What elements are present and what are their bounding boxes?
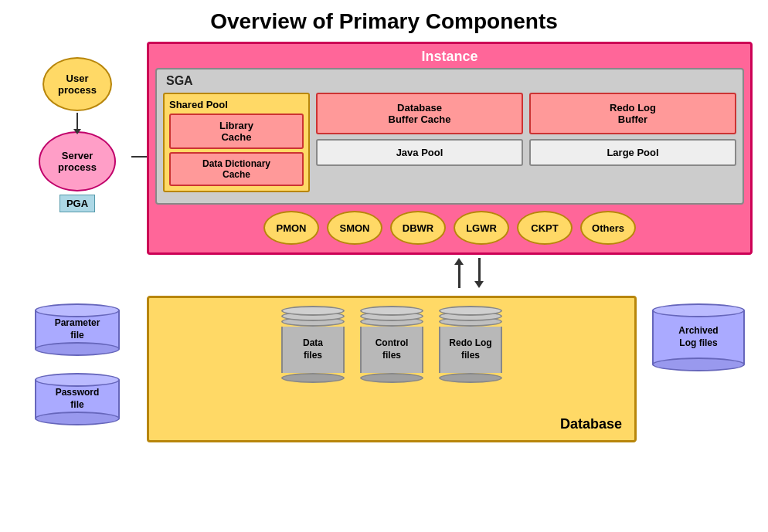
data-dict-cache-label: Data DictionaryCache [202,158,270,180]
sga-bottom-right: Java Pool Large Pool [316,139,736,166]
sga-box: SGA Shared Pool LibraryCache Data Dictio… [155,68,744,205]
data-files-cyl-1: Datafiles [281,317,345,383]
server-process: Serverprocess [39,131,116,191]
arrow-down [474,258,484,288]
right-sga-boxes: DatabaseBuffer Cache Redo LogBuffer Java… [316,93,736,192]
database-label: Database [560,416,622,432]
page-title: Overview of Primary Components [0,0,768,34]
arrow-up [454,258,464,288]
redo-log-buffer-label: Redo LogBuffer [610,102,656,125]
bg-process-others: Others [580,211,636,245]
sga-label: SGA [166,74,736,88]
redo-log-files-label: Redo Logfiles [449,337,491,361]
parameter-file-cylinder: Parameterfile [35,303,120,356]
bg-process-lgwr: LGWR [454,211,509,245]
server-process-label: Serverprocess [58,150,97,173]
java-pool: Java Pool [316,139,523,166]
db-cylinders-row: Datafiles Controlfiles [161,306,623,383]
sga-top-right: DatabaseBuffer Cache Redo LogBuffer [316,93,736,134]
right-files: ArchivedLog files [644,296,753,371]
redo-log-files-stack: Redo Logfiles [439,306,502,383]
control-files-label: Controlfiles [376,337,409,361]
pga-label: PGA [66,198,88,209]
bg-process-pmon: PMON [263,211,319,245]
data-files-label: Datafiles [303,337,323,361]
instance-db-arrows [185,258,753,288]
main-area: Userprocess Serverprocess PGA Instance S… [0,42,768,288]
data-files-stack: Datafiles [281,306,345,383]
user-process: Userprocess [42,57,112,111]
archived-log-cylinder: ArchivedLog files [652,303,745,371]
control-files-stack: Controlfiles [360,306,423,383]
archived-log-files-label: ArchivedLog files [678,325,718,349]
user-process-label: Userprocess [58,73,97,96]
bg-processes: PMON SMON DBWR LGWR CKPT Others [155,211,744,245]
sga-top-row: Shared Pool LibraryCache Data Dictionary… [163,93,736,192]
shared-pool-box: Shared Pool LibraryCache Data Dictionary… [163,93,310,192]
left-column: Userprocess Serverprocess PGA [15,42,139,212]
db-buffer-cache: DatabaseBuffer Cache [316,93,523,134]
library-cache-box: LibraryCache [169,114,304,149]
instance-label: Instance [155,49,744,65]
shared-pool-label: Shared Pool [169,99,304,110]
bg-process-ckpt: CKPT [517,211,573,245]
large-pool: Large Pool [529,139,736,166]
pga-box: PGA [59,195,95,212]
data-dict-cache-box: Data DictionaryCache [169,152,304,186]
redo-log-buffer: Redo LogBuffer [529,93,736,134]
db-buffer-cache-label: DatabaseBuffer Cache [389,102,451,125]
bg-process-dbwr: DBWR [390,211,446,245]
instance-wrapper: Instance SGA Shared Pool LibraryCache Da… [147,42,753,288]
library-cache-label: LibraryCache [219,120,253,143]
parameter-file-label: Parameterfile [55,317,100,341]
java-pool-label: Java Pool [396,147,443,158]
password-file-cylinder: Passwordfile [35,373,120,425]
left-files: Parameterfile Passwordfile [15,296,139,425]
bottom-area: Parameterfile Passwordfile [0,296,768,442]
password-file-label: Passwordfile [56,387,100,411]
bg-process-smon: SMON [327,211,382,245]
large-pool-label: Large Pool [607,147,658,158]
data-files-cyl-3 [281,306,345,311]
instance-box: Instance SGA Shared Pool LibraryCache Da… [147,42,753,255]
database-box: Datafiles Controlfiles [147,296,637,442]
